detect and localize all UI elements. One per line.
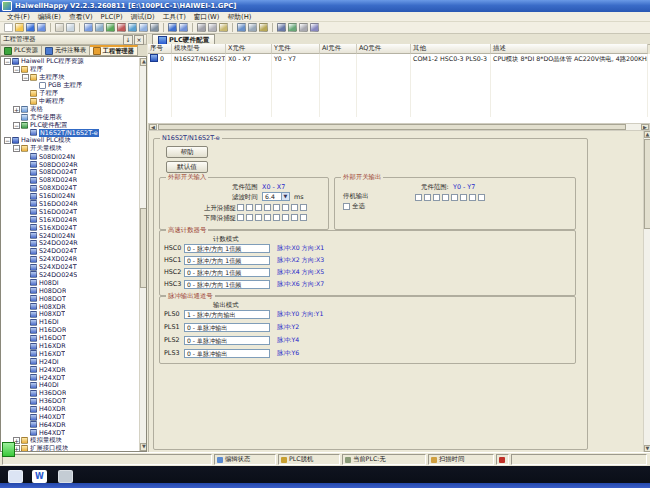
tree-item[interactable]: S16DO024R	[2, 200, 139, 208]
close-icon[interactable]: ×	[134, 35, 144, 45]
tree-item[interactable]: S08XD024R	[2, 176, 139, 184]
config-scrollbar[interactable]: ▲ ▼	[643, 131, 650, 452]
tree-item[interactable]: H08DI	[2, 279, 139, 287]
expand-icon[interactable]: +	[13, 106, 20, 113]
find-icon[interactable]	[150, 23, 159, 32]
tree-item[interactable]: −Haiwell PLC模块	[2, 137, 139, 145]
tree-item[interactable]: S24DO024S	[2, 271, 139, 279]
menu-item-5[interactable]: 工具(T)	[159, 12, 190, 22]
column-header-2[interactable]: X元件	[226, 44, 272, 54]
tree-item[interactable]: 中断程序	[2, 97, 139, 105]
tree-item[interactable]: S16DO024T	[2, 208, 139, 216]
tree-item[interactable]: H40DI	[2, 382, 139, 390]
system-app-icon[interactable]	[58, 470, 73, 483]
tree-item[interactable]: S24DO024R	[2, 239, 139, 247]
scroll-up-icon[interactable]: ▲	[140, 58, 147, 66]
tree-item[interactable]: H40XDR	[2, 405, 139, 413]
tree-item[interactable]: S08DO024R	[2, 161, 139, 169]
tree-item[interactable]: S24DI024N	[2, 232, 139, 240]
tree-item[interactable]: N16S2T/N16S2T-e	[2, 129, 139, 137]
checkbox[interactable]	[460, 194, 467, 201]
network-icon[interactable]	[288, 23, 297, 32]
column-header-7[interactable]: 描述	[491, 44, 648, 54]
menu-item-6[interactable]: 窗口(W)	[190, 12, 224, 22]
checkbox[interactable]	[291, 204, 298, 211]
download-icon[interactable]	[106, 23, 115, 32]
scroll-left-icon[interactable]: ◀	[149, 124, 157, 130]
copy-icon[interactable]	[208, 23, 217, 32]
checkbox[interactable]	[273, 204, 280, 211]
tree-item[interactable]: S16XD024T	[2, 224, 139, 232]
checkbox[interactable]	[300, 214, 307, 221]
tree-scroll-thumb[interactable]	[140, 208, 147, 288]
redo-icon[interactable]	[179, 23, 188, 32]
hsc2-mode-input[interactable]: 0 - 脉冲/方向 1倍频	[184, 268, 270, 277]
save-icon[interactable]	[26, 23, 35, 32]
tree-item[interactable]: S08DO024T	[2, 168, 139, 176]
tree-item[interactable]: S24DO024T	[2, 247, 139, 255]
tree-item[interactable]: S16XD024R	[2, 216, 139, 224]
tree-scrollbar[interactable]: ▲ ▼	[139, 58, 147, 451]
tree-item[interactable]: H16XDR	[2, 342, 139, 350]
tree-item[interactable]: H16DOR	[2, 326, 139, 334]
tree-item[interactable]: H16XDT	[2, 350, 139, 358]
sidebar-tab-PLC资源[interactable]: PLC资源	[1, 45, 42, 56]
chevron-down-icon[interactable]: ▼	[281, 193, 289, 200]
tree-item[interactable]: +表格	[2, 105, 139, 113]
tree-item[interactable]: H64XDT	[2, 429, 139, 437]
tree-item[interactable]: H08DOR	[2, 287, 139, 295]
hscroll-thumb[interactable]	[158, 124, 626, 130]
print-preview-icon[interactable]	[66, 23, 75, 32]
tree-item[interactable]: +扩展接口模块	[2, 445, 139, 451]
tree-item[interactable]: −程序	[2, 66, 139, 74]
tree-item[interactable]: H16DI	[2, 318, 139, 326]
tree-item[interactable]: −开关量模块	[2, 145, 139, 153]
column-header-1[interactable]: 模块型号	[172, 44, 226, 54]
tree-item[interactable]: 元件使用表	[2, 113, 139, 121]
tree-item[interactable]: H24XDT	[2, 374, 139, 382]
tree-item[interactable]: H16DOT	[2, 334, 139, 342]
checkbox[interactable]	[237, 204, 244, 211]
compile-icon[interactable]	[84, 23, 93, 32]
tree-item[interactable]: H40XDT	[2, 413, 139, 421]
tree-item[interactable]: S24XD024R	[2, 255, 139, 263]
tree-item[interactable]: −Haiwell PLC程序资源	[2, 58, 139, 66]
pls2-mode-input[interactable]: 0 - 单脉冲输出	[184, 336, 270, 345]
element-table-icon[interactable]	[139, 23, 148, 32]
expand-icon[interactable]: −	[13, 145, 20, 152]
paste-icon[interactable]	[219, 23, 228, 32]
checkbox[interactable]	[451, 194, 458, 201]
checkbox[interactable]	[237, 214, 244, 221]
pls0-mode-input[interactable]: 1 - 脉冲/方向输出	[184, 310, 270, 319]
tree-item[interactable]: +模拟量模块	[2, 437, 139, 445]
checkbox[interactable]	[433, 194, 440, 201]
tools-icon[interactable]	[248, 23, 257, 32]
hsc1-mode-input[interactable]: 0 - 脉冲/方向 1倍频	[184, 256, 270, 265]
checkbox[interactable]	[469, 194, 476, 201]
hsc3-mode-input[interactable]: 0 - 脉冲/方向 1倍频	[184, 280, 270, 289]
cut-icon[interactable]	[197, 23, 206, 32]
hsc0-mode-input[interactable]: 0 - 脉冲/方向 1倍频	[184, 244, 270, 253]
menu-item-2[interactable]: 查看(V)	[65, 12, 97, 22]
checkbox[interactable]	[442, 194, 449, 201]
tree-item[interactable]: H36DOR	[2, 389, 139, 397]
checkbox[interactable]	[255, 214, 262, 221]
tree-item[interactable]: H08XDT	[2, 311, 139, 319]
compile-all-icon[interactable]	[95, 23, 104, 32]
checkbox[interactable]	[246, 204, 253, 211]
sidebar-tab-工程管理器[interactable]: 工程管理器	[90, 45, 138, 56]
online-monitor-icon[interactable]	[128, 23, 137, 32]
document-app-icon[interactable]	[8, 470, 23, 483]
tree-item[interactable]: H08XDR	[2, 303, 139, 311]
expand-icon[interactable]: −	[22, 74, 29, 81]
table-horizontal-scrollbar[interactable]: ◀ ▶	[148, 123, 650, 131]
table-row[interactable]: 0N16S2T/N16S2T-eX0 - X7Y0 - Y7COM1-2 HSC…	[148, 54, 650, 63]
help-button[interactable]: 帮助	[166, 146, 208, 158]
save-all-icon[interactable]	[37, 23, 46, 32]
config-scroll-thumb[interactable]	[644, 139, 650, 229]
expand-icon[interactable]: −	[13, 66, 20, 73]
filter-time-select[interactable]: 6.4 ▼	[262, 192, 290, 201]
column-header-4[interactable]: AI元件	[320, 44, 357, 54]
tree-item[interactable]: PGB 主程序	[2, 82, 139, 90]
checkbox[interactable]	[264, 214, 271, 221]
